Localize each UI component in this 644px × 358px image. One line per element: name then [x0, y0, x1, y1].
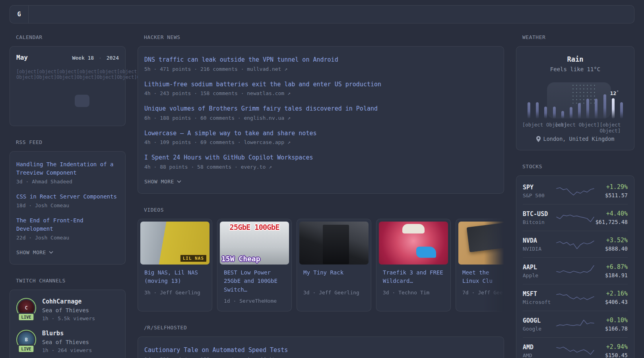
weather-chart: 12° — [527, 84, 624, 119]
calendar-day[interactable] — [104, 82, 119, 95]
hn-show-more-button[interactable]: SHOW MORE — [144, 179, 497, 185]
dot-separator: · — [99, 55, 102, 61]
calendar-day[interactable] — [104, 95, 119, 107]
calendar-day[interactable] — [60, 95, 75, 107]
video-thumbnail[interactable] — [379, 222, 448, 265]
stock-id: BTC-USD Bitcoin — [523, 210, 555, 225]
left-column: CALENDAR May Week 18 · 2024 [object Obje… — [10, 34, 126, 358]
stock-row[interactable]: MSFT Microsoft +2.16% $406.43 — [523, 284, 628, 311]
stock-price: $511.57 — [595, 192, 628, 198]
stock-row[interactable]: BTC-USD Bitcoin +4.40% $61,725.48 — [523, 204, 628, 231]
video-meta: 1d · ServeTheHome — [224, 298, 285, 304]
rss-item-link[interactable]: Handling The Indentation of a Treeview C… — [16, 160, 119, 177]
stock-name: Apple — [523, 272, 555, 278]
stock-row[interactable]: AAPL Apple +6.87% $184.91 — [523, 257, 628, 284]
rss-item: CSS in React Server Components 18d · Jos… — [16, 193, 119, 208]
story-link[interactable]: DNS traffic can leak outside the VPN tun… — [144, 55, 497, 64]
calendar-day[interactable] — [31, 95, 46, 107]
video-card[interactable]: FAS Meet the Linux Clu 7d · Jeff Geerlin… — [456, 219, 504, 312]
video-title-link[interactable]: Meet the Linux Clu — [462, 268, 504, 286]
video-title-link[interactable]: Traefik 3 and FREE Wildcard… — [383, 268, 444, 286]
rss-item-link[interactable]: CSS in React Server Components — [16, 193, 119, 201]
stock-name: AMD — [523, 352, 555, 358]
stock-id: MSFT Microsoft — [523, 290, 555, 305]
calendar-day[interactable] — [89, 95, 104, 107]
story-link[interactable]: I Spent 24 Hours with GitHub Copilot Wor… — [144, 153, 497, 162]
rss-show-more-button[interactable]: SHOW MORE — [16, 249, 119, 255]
video-thumbnail[interactable]: FAS — [458, 222, 504, 265]
stock-id: AMD AMD — [523, 344, 555, 358]
stock-row[interactable]: GOOGL Google +0.10% $166.78 — [523, 311, 628, 337]
twitch-channel-row[interactable]: C LIVE CohhCarnage Sea of Thieves 1h · 5… — [16, 298, 119, 321]
calendar-day[interactable] — [75, 82, 89, 95]
calendar-day[interactable] — [31, 82, 46, 95]
rss-item-meta: 3d · Ahmad Shadeed — [16, 179, 119, 185]
video-thumbnail[interactable]: LIL NAS — [140, 222, 209, 265]
hacker-news-list: DNS traffic can leak outside the VPN tun… — [144, 55, 497, 170]
temperature-bar — [536, 102, 539, 119]
video-thumbnail[interactable]: 25GbE 100GbE 15W Cheap — [220, 222, 289, 265]
stock-row[interactable]: SPY S&P 500 +1.29% $511.57 — [523, 178, 628, 204]
post-link[interactable]: Cautionary Tale on Automated Speed Tests — [144, 346, 497, 355]
calendar-day[interactable] — [60, 107, 75, 119]
video-card[interactable]: My Tiny Rack 3d · Jeff Geerling — [297, 219, 371, 312]
weekday-label: [object Object] — [77, 69, 97, 80]
videos-widget: VIDEOS LIL NAS Big NAS, Lil NAS (moving … — [138, 207, 504, 312]
channel-name: Blurbs — [42, 330, 92, 337]
videos-section-title: VIDEOS — [144, 207, 504, 213]
hour-label: [object Object] — [555, 122, 599, 128]
stock-row[interactable]: AMD AMD +2.94% $150.45 — [523, 337, 628, 358]
calendar-day[interactable] — [75, 95, 89, 107]
rss-item-link[interactable]: The End of Front-End Development — [16, 216, 119, 233]
story-link[interactable]: Unique volumes of Brothers Grimm fairy t… — [144, 104, 497, 113]
calendar-day[interactable] — [46, 95, 60, 107]
video-title-link[interactable]: My Tiny Rack — [303, 268, 365, 286]
calendar-day[interactable] — [16, 107, 31, 119]
video-card[interactable]: LIL NAS Big NAS, Lil NAS (moving 13) 3h … — [138, 219, 212, 312]
stock-price: $888.40 — [595, 245, 628, 252]
calendar-day[interactable] — [104, 107, 119, 119]
stock-change: +3.52% — [595, 237, 628, 244]
temperature-bars: 12° — [528, 84, 623, 119]
twitch-channel-row[interactable]: B LIVE Blurbs Sea of Thieves 1h · 264 vi… — [16, 330, 119, 353]
video-title-link[interactable]: Big NAS, Lil NAS (moving 13) — [144, 268, 206, 286]
calendar-day[interactable] — [31, 107, 46, 119]
calendar-day[interactable] — [89, 107, 104, 119]
hacker-news-card: DNS traffic can leak outside the VPN tun… — [138, 46, 504, 194]
live-badge: LIVE — [17, 344, 35, 354]
calendar-day[interactable] — [75, 107, 89, 119]
story-link[interactable]: Lowercase – A simple way to take and sha… — [144, 129, 497, 138]
stock-symbol: BTC-USD — [523, 210, 555, 218]
calendar-section-title: CALENDAR — [16, 34, 126, 40]
app-logo[interactable]: G — [10, 6, 29, 23]
calendar-day[interactable] — [46, 82, 60, 95]
calendar-header: May Week 18 · 2024 — [16, 54, 119, 61]
channel-name: CohhCarnage — [42, 298, 95, 305]
stocks-widget: STOCKS SPY S&P 500 +1.29% $511.57 — [516, 163, 634, 358]
reddit-widget: /R/SELFHOSTED Cautionary Tale on Automat… — [138, 325, 504, 358]
stock-symbol: SPY — [523, 184, 555, 191]
stock-price: $406.43 — [595, 299, 628, 305]
degree-symbol: ° — [616, 90, 619, 94]
video-card-body: Traefik 3 and FREE Wildcard… 3d · Techno… — [379, 265, 448, 300]
calendar-day[interactable] — [89, 82, 104, 95]
stock-row[interactable]: NVDA NVIDIA +3.52% $888.40 — [523, 231, 628, 257]
stock-name: NVIDIA — [523, 246, 555, 252]
weather-card: Rain Feels like 11°C — [516, 46, 634, 150]
calendar-card: May Week 18 · 2024 [object Object][objec… — [10, 46, 126, 126]
stock-sparkline — [555, 184, 595, 198]
thumbnail-text-top: 25GbE 100GbE — [220, 223, 289, 232]
video-thumbnail[interactable] — [299, 222, 369, 265]
calendar-day[interactable] — [60, 82, 75, 95]
video-card[interactable]: 25GbE 100GbE 15W Cheap BEST Low Power 25… — [217, 219, 292, 312]
temperature-bar: 12° — [612, 98, 615, 119]
story-link[interactable]: Lithium-free sodium batteries exit the l… — [144, 80, 497, 89]
stock-price: $184.91 — [595, 272, 628, 278]
calendar-day[interactable] — [46, 107, 60, 119]
hacker-news-section-title: HACKER NEWS — [144, 34, 504, 40]
calendar-day[interactable] — [16, 82, 31, 95]
video-card[interactable]: Traefik 3 and FREE Wildcard… 3d · Techno… — [376, 219, 451, 312]
rss-section-title: RSS FEED — [16, 139, 126, 145]
calendar-day[interactable] — [16, 95, 31, 107]
video-title-link[interactable]: BEST Low Power 25GbE and 100GbE Switch… — [224, 268, 285, 295]
